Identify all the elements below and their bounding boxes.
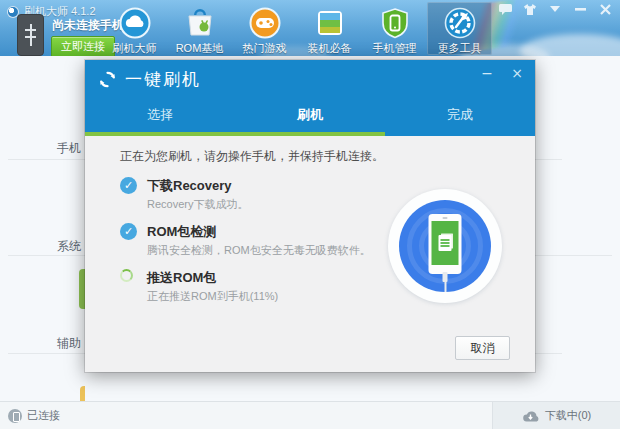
window-controls xyxy=(498,3,612,15)
step-detail: 正在推送ROM到手机(11%) xyxy=(147,289,371,304)
illustration-blue-circle xyxy=(399,200,491,292)
connection-status-text: 已连接 xyxy=(27,408,60,423)
usb-cable-icon xyxy=(443,272,448,282)
dialog-minimize-icon[interactable]: − xyxy=(479,66,495,80)
shield-phone-icon xyxy=(379,7,411,39)
gamepad-icon xyxy=(249,7,281,39)
illustration-phone-icon xyxy=(429,214,462,274)
dialog-title: 一键刷机 xyxy=(125,68,201,91)
nav-item-rom-base[interactable]: ROM基地 xyxy=(167,2,232,55)
nav-item-flash-master[interactable]: 刷机大师 xyxy=(102,2,167,55)
step-download-recovery: ✓ 下载Recovery Recovery下载成功。 xyxy=(120,176,371,212)
close-icon[interactable] xyxy=(598,3,612,15)
step-loading-spinner-icon xyxy=(120,269,133,282)
flash-refresh-icon xyxy=(98,70,117,89)
feedback-icon[interactable] xyxy=(498,3,512,15)
dialog-titlebar: 一键刷机 − × xyxy=(85,60,535,98)
step-title: 推送ROM包 xyxy=(147,268,371,287)
illustration-phone-screen xyxy=(432,221,459,265)
rom-store-icon xyxy=(184,7,216,39)
step-done-check-icon: ✓ xyxy=(120,177,137,194)
rom-file-icon xyxy=(439,235,452,251)
phone-connected-icon xyxy=(8,409,22,423)
flash-steps-list: ✓ 下载Recovery Recovery下载成功。 ✓ ROM包检测 腾讯安全… xyxy=(120,176,371,314)
step-push-rom: 推送ROM包 正在推送ROM到手机(11%) xyxy=(120,268,371,304)
flashing-phone-illustration xyxy=(388,189,502,303)
bg-section-label-system: 系统 xyxy=(57,238,81,255)
menu-chevron-icon[interactable] xyxy=(548,3,562,15)
nav-item-essential-apps[interactable]: 装机必备 xyxy=(297,2,362,55)
usb-plug-icon xyxy=(25,24,36,46)
connection-status: 已连接 xyxy=(0,408,60,423)
step-detail: 腾讯安全检测，ROM包安全无毒无吸费软件。 xyxy=(147,243,371,258)
step-done-check-icon: ✓ xyxy=(120,223,137,240)
statusbar: 已连接 下载中(0) xyxy=(0,401,620,429)
skin-icon[interactable] xyxy=(523,3,537,15)
download-cloud-icon xyxy=(522,410,539,422)
step-title: 下载Recovery xyxy=(147,176,371,195)
bg-section-label-assist: 辅助 xyxy=(57,335,81,352)
device-phone-icon xyxy=(17,14,44,56)
cancel-button[interactable]: 取消 xyxy=(455,336,510,360)
nav-item-hot-games[interactable]: 热门游戏 xyxy=(232,2,297,55)
flashing-status-message: 正在为您刷机，请勿操作手机，并保持手机连接。 xyxy=(120,148,384,165)
nav-item-phone-manager[interactable]: 手机管理 xyxy=(362,2,427,55)
dialog-window-controls: − × xyxy=(479,66,525,80)
one-click-flash-dialog: 一键刷机 − × 选择 刷机 完成 正在为您刷机，请勿操作手机，并保持手机连接。… xyxy=(85,60,535,372)
tab-complete[interactable]: 完成 xyxy=(385,98,535,132)
apps-icon xyxy=(314,7,346,39)
nav-item-more-tools[interactable]: 更多工具 xyxy=(427,2,492,55)
minimize-icon[interactable] xyxy=(573,3,587,15)
main-nav: 刷机大师 ROM基地 热门游戏 装机必备 手机管理 xyxy=(102,2,492,55)
topbar: 刷机大师 4.1.2 尚未连接手机 立即连接 刷机大师 ROM基地 热门游戏 xyxy=(0,0,620,56)
downloads-status-button[interactable]: 下载中(0) xyxy=(492,402,620,429)
tab-select[interactable]: 选择 xyxy=(85,98,235,132)
downloads-status-text: 下载中(0) xyxy=(545,408,591,423)
tab-flash[interactable]: 刷机 xyxy=(235,98,385,132)
step-title: ROM包检测 xyxy=(147,222,371,241)
step-detail: Recovery下载成功。 xyxy=(147,197,371,212)
dialog-body: 正在为您刷机，请勿操作手机，并保持手机连接。 ✓ 下载Recovery Reco… xyxy=(85,136,535,372)
step-rom-check: ✓ ROM包检测 腾讯安全检测，ROM包安全无毒无吸费软件。 xyxy=(120,222,371,258)
dialog-tabs: 选择 刷机 完成 xyxy=(85,98,535,132)
bg-section-label-phone: 手机 xyxy=(57,140,81,157)
cloud-icon xyxy=(119,7,151,39)
tools-gear-icon xyxy=(444,7,476,39)
dialog-close-icon[interactable]: × xyxy=(509,66,525,80)
